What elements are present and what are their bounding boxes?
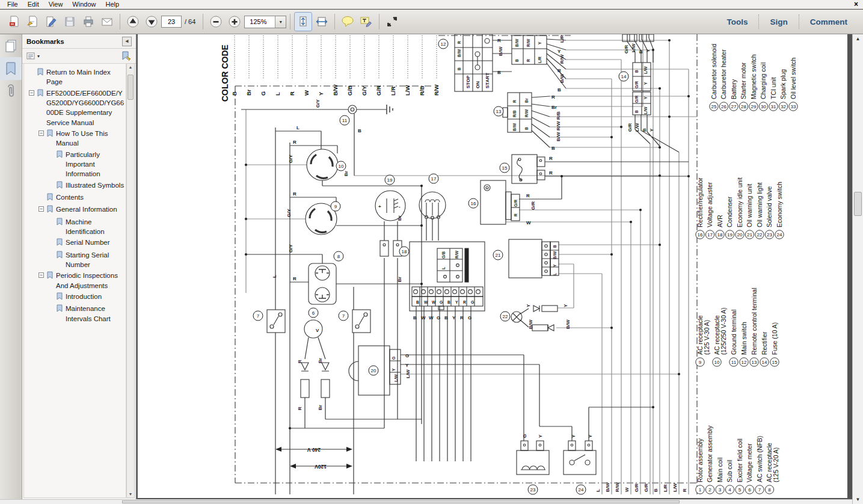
expander-icon[interactable]: − <box>29 90 34 96</box>
menu-view[interactable]: View <box>44 1 68 8</box>
svg-text:7: 7 <box>758 487 761 493</box>
bookmark-item[interactable]: Introduction <box>24 292 126 303</box>
bookmark-tree: Return to Main Index Page−EF5200DE/EF660… <box>23 63 126 498</box>
comment-bubble-button[interactable] <box>339 12 357 31</box>
text-annotation-button[interactable] <box>357 12 375 31</box>
svg-text:29: 29 <box>751 104 757 109</box>
bookmark-item[interactable]: Illustrated Symbols <box>24 180 126 191</box>
svg-text:L/W: L/W <box>672 483 678 492</box>
bookmark-item[interactable]: −General Information <box>24 204 126 215</box>
svg-text:G: G <box>468 315 471 321</box>
svg-text:G/R: G/R <box>624 45 629 54</box>
svg-text:10: 10 <box>339 164 344 169</box>
svg-text:G/R: G/R <box>634 81 639 88</box>
close-icon[interactable]: × <box>854 1 858 8</box>
svg-text:6: 6 <box>312 310 315 316</box>
bookmark-item[interactable]: Machine Identification <box>24 217 126 237</box>
bookmark-item[interactable]: Particularly Important Information <box>24 150 126 179</box>
attachments-button[interactable] <box>0 80 22 103</box>
svg-text:Economy switch: Economy switch <box>776 182 783 227</box>
bookmark-icon <box>56 251 63 261</box>
save-button[interactable] <box>61 12 79 31</box>
svg-text:W: W <box>429 315 434 321</box>
zoom-out-button[interactable] <box>207 12 225 31</box>
condenser-symbol <box>375 191 405 256</box>
svg-text:R: R <box>293 140 296 145</box>
bookmark-item[interactable]: Return to Main Index Page <box>24 67 126 87</box>
create-pdf-button[interactable] <box>5 12 23 31</box>
svg-text:R/B: R/B <box>512 110 517 117</box>
svg-text:11: 11 <box>731 360 737 365</box>
bookmark-item[interactable]: −How To Use This Manual <box>24 129 126 149</box>
toolbar-separator <box>290 14 290 29</box>
svg-text:B/W: B/W <box>332 85 339 96</box>
page-number-input[interactable] <box>161 16 182 28</box>
bookmark-item[interactable]: Starting Serial Number <box>24 250 126 270</box>
expander-icon[interactable]: − <box>38 272 44 278</box>
fullscreen-button[interactable] <box>383 12 401 31</box>
scrolling-mode-button[interactable] <box>294 12 312 31</box>
menu-file[interactable]: File <box>2 1 23 8</box>
menu-window[interactable]: Window <box>67 1 100 8</box>
sign-pen-button[interactable] <box>42 12 60 31</box>
scroll-down-icon[interactable]: ▼ <box>127 492 134 496</box>
collapse-panel-icon[interactable]: ◂ <box>122 37 132 46</box>
vertical-scrollbar[interactable]: ▲ ▼ <box>852 34 863 504</box>
bookmark-item[interactable]: Maintenance Intervals Chart <box>24 304 126 324</box>
email-button[interactable] <box>98 12 116 31</box>
zoom-in-button[interactable] <box>226 12 244 31</box>
menu-help[interactable]: Help <box>100 1 124 8</box>
expand-current-bookmark-button[interactable] <box>121 51 132 61</box>
tools-button[interactable]: Tools <box>716 14 758 29</box>
scroll-up-icon[interactable]: ▲ <box>853 34 863 43</box>
bookmark-item[interactable]: −EF5200DE/EF6600DE/YG5200D/YG6600D/YG660… <box>24 88 126 128</box>
next-page-button[interactable] <box>143 12 161 31</box>
bookmark-label: General Information <box>56 204 126 214</box>
voltage-adjuster-symbol <box>419 192 446 219</box>
page-thumbnails-button[interactable] <box>0 34 22 57</box>
svg-text:AC receptacle(125/250 V-30 A): AC receptacle(125/250 V-30 A) <box>713 307 727 355</box>
bookmark-options-button[interactable]: ▾ <box>26 52 40 60</box>
svg-text:27: 27 <box>731 104 737 109</box>
comment-button[interactable]: Comment <box>799 14 858 29</box>
open-file-button[interactable] <box>23 12 41 31</box>
svg-text:Spark plug: Spark plug <box>779 69 787 99</box>
menu-edit[interactable]: Edit <box>23 1 44 8</box>
svg-text:Main coil: Main coil <box>716 458 723 482</box>
expander-icon[interactable]: − <box>38 206 44 212</box>
scrollbar-thumb[interactable] <box>854 192 862 216</box>
bookmark-icon <box>46 129 54 140</box>
pdf-page: COLOR CODEBBrGLRWYB/WG/BG/YG/RL/RL/WR/BR… <box>138 34 847 498</box>
fit-width-button[interactable] <box>313 12 331 31</box>
print-button[interactable] <box>79 12 97 31</box>
scroll-down-icon[interactable]: ▼ <box>853 495 863 504</box>
expander-icon[interactable]: − <box>38 131 44 136</box>
svg-text:B: B <box>638 50 643 54</box>
svg-text:33: 33 <box>791 104 796 109</box>
svg-text:V: V <box>316 328 319 333</box>
zoom-dropdown-arrow[interactable]: ▾ <box>275 16 286 28</box>
sign-button[interactable]: Sign <box>758 14 798 29</box>
svg-text:R/W: R/W <box>556 121 561 131</box>
bookmark-tree-scrollbar[interactable]: ▲ ▼ <box>126 63 135 498</box>
bookmark-item[interactable]: Serial Number <box>24 238 126 248</box>
svg-text:25: 25 <box>711 104 717 109</box>
options-dropdown-icon: ▾ <box>37 54 40 59</box>
bookmark-item[interactable]: −Periodic Inspections And Adjustments <box>24 271 126 290</box>
svg-text:R: R <box>497 38 501 43</box>
svg-text:Main switch: Main switch <box>740 322 748 355</box>
svg-text:W: W <box>624 487 630 492</box>
bookmark-item[interactable]: Contents <box>24 192 126 203</box>
scrollbar-thumb[interactable] <box>127 75 134 100</box>
previous-page-button[interactable] <box>124 12 142 31</box>
svg-text:L/W: L/W <box>643 106 648 114</box>
svg-text:B: B <box>457 67 461 70</box>
zoom-level-control[interactable]: 125% ▾ <box>244 16 286 28</box>
svg-text:G: G <box>440 300 443 304</box>
bookmarks-panel-button[interactable] <box>0 57 22 80</box>
scroll-up-icon[interactable]: ▲ <box>127 64 134 70</box>
horizontal-scrollbar[interactable] <box>0 499 852 504</box>
svg-text:24: 24 <box>579 487 584 493</box>
svg-text:R: R <box>557 68 561 73</box>
scrollbar-thumb[interactable] <box>122 500 680 503</box>
